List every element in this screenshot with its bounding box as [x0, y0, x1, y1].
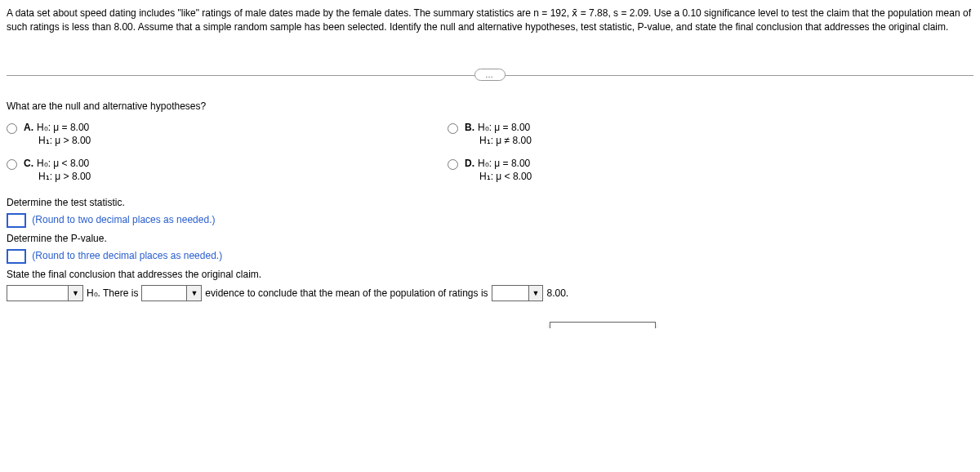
option-a-h0: H₀: μ = 8.00 [37, 122, 89, 133]
option-d-h0: H₀: μ = 8.00 [478, 158, 530, 169]
conclusion-prompt: State the final conclusion that addresse… [7, 269, 973, 280]
teststat-instruction: (Round to two decimal places as needed.) [32, 214, 215, 225]
hypotheses-options: A.H₀: μ = 8.00 H₁: μ > 8.00 B.H₀: μ = 8.… [7, 122, 823, 182]
option-b-h1: H₁: μ ≠ 8.00 [465, 135, 532, 146]
pvalue-input[interactable] [7, 249, 26, 264]
teststat-input[interactable] [7, 213, 26, 228]
conclusion-text-1: H₀. There is [87, 287, 138, 299]
radio-c[interactable] [7, 159, 17, 170]
pvalue-instruction: (Round to three decimal places as needed… [32, 250, 222, 261]
option-a-h1: H₁: μ > 8.00 [24, 135, 91, 146]
option-b-h0: H₀: μ = 8.00 [478, 122, 530, 133]
radio-b[interactable] [448, 123, 458, 134]
problem-statement: A data set about speed dating includes "… [7, 7, 973, 34]
dd-item-lessthan[interactable]: less than [550, 323, 655, 328]
conclusion-dd3[interactable]: ▼ [492, 285, 544, 301]
conclusion-text-2: evidence to conclude that the mean of th… [205, 287, 488, 299]
chevron-down-icon: ▼ [528, 286, 543, 301]
conclusion-sentence: ▼ H₀. There is ▼ evidence to conclude th… [7, 285, 973, 301]
option-d-h1: H₁: μ < 8.00 [465, 171, 532, 182]
section-divider: … [7, 75, 973, 76]
dd3-open-list: less than not greater than equal to [550, 322, 656, 328]
chevron-down-icon: ▼ [68, 286, 82, 301]
hypotheses-question: What are the null and alternative hypoth… [7, 100, 973, 112]
option-d-label: D. [465, 158, 474, 169]
radio-d[interactable] [448, 159, 458, 170]
conclusion-dd1[interactable]: ▼ [7, 285, 83, 301]
option-c-h1: H₁: μ > 8.00 [24, 171, 91, 182]
option-c-h0: H₀: μ < 8.00 [37, 158, 89, 169]
option-a[interactable]: A.H₀: μ = 8.00 H₁: μ > 8.00 [7, 122, 382, 146]
ellipsis-toggle[interactable]: … [474, 69, 506, 81]
option-c-label: C. [24, 158, 33, 169]
option-c[interactable]: C.H₀: μ < 8.00 H₁: μ > 8.00 [7, 158, 382, 182]
option-d[interactable]: D.H₀: μ = 8.00 H₁: μ < 8.00 [448, 158, 823, 182]
conclusion-text-3: 8.00. [546, 287, 568, 299]
chevron-down-icon: ▼ [186, 286, 201, 301]
conclusion-dd2[interactable]: ▼ [141, 285, 202, 301]
pvalue-prompt: Determine the P-value. [7, 233, 973, 244]
radio-a[interactable] [7, 123, 17, 134]
teststat-prompt: Determine the test statistic. [7, 197, 973, 208]
option-b-label: B. [465, 122, 474, 133]
option-b[interactable]: B.H₀: μ = 8.00 H₁: μ ≠ 8.00 [448, 122, 823, 146]
option-a-label: A. [24, 122, 33, 133]
